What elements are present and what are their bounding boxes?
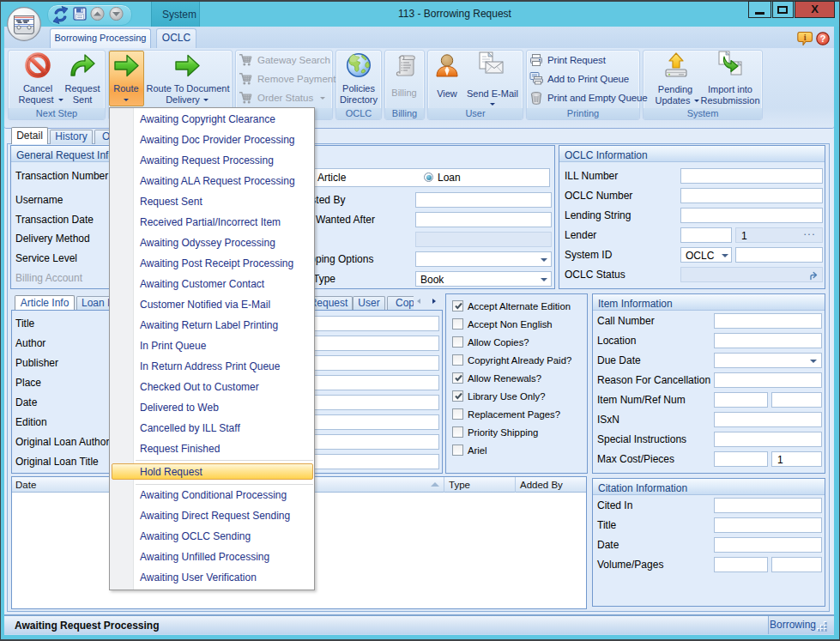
svg-text:?: ?: [820, 33, 826, 44]
svg-text:i: i: [804, 33, 807, 42]
